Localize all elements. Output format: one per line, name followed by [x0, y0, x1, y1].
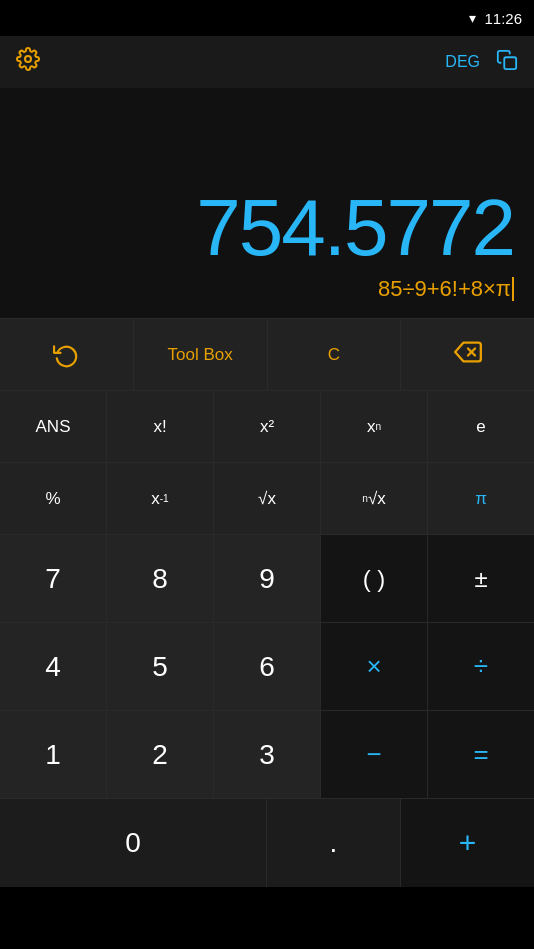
euler-button[interactable]: e: [428, 391, 534, 462]
toolbox-button[interactable]: Tool Box: [134, 319, 268, 390]
num-row-3: 1 2 3 − =: [0, 711, 534, 799]
one-button[interactable]: 1: [0, 711, 107, 798]
two-button[interactable]: 2: [107, 711, 214, 798]
svg-point-0: [25, 56, 31, 62]
six-button[interactable]: 6: [214, 623, 321, 710]
sci-row-1: ANS x! x² xn e: [0, 391, 534, 463]
equals-button[interactable]: =: [428, 711, 534, 798]
cursor: [512, 277, 514, 301]
top-bar-right: DEG: [445, 49, 518, 76]
settings-icon[interactable]: [16, 47, 40, 77]
dot-button[interactable]: .: [267, 799, 401, 887]
five-button[interactable]: 5: [107, 623, 214, 710]
sqrt-button[interactable]: √x: [214, 463, 321, 534]
expression-text: 85÷9+6!+8×π: [378, 276, 511, 302]
paren-button[interactable]: ( ): [321, 535, 428, 622]
num-row-1: 7 8 9 ( ) ±: [0, 535, 534, 623]
ans-button[interactable]: ANS: [0, 391, 107, 462]
three-button[interactable]: 3: [214, 711, 321, 798]
nth-root-button[interactable]: n√x: [321, 463, 428, 534]
svg-rect-1: [504, 57, 516, 69]
multiply-button[interactable]: ×: [321, 623, 428, 710]
keypad: Tool Box C ANS x! x² xn e % x-1 √x n√x π: [0, 319, 534, 887]
backspace-icon: [454, 338, 482, 372]
zero-button[interactable]: 0: [0, 799, 267, 887]
status-bar: ▾ 11:26: [0, 0, 534, 36]
plusminus-button[interactable]: ±: [428, 535, 534, 622]
clear-button[interactable]: C: [268, 319, 402, 390]
divide-button[interactable]: ÷: [428, 623, 534, 710]
four-button[interactable]: 4: [0, 623, 107, 710]
plus-button[interactable]: +: [401, 799, 534, 887]
sci-row-2: % x-1 √x n√x π: [0, 463, 534, 535]
seven-button[interactable]: 7: [0, 535, 107, 622]
expression-display: 85÷9+6!+8×π: [378, 276, 514, 302]
nine-button[interactable]: 9: [214, 535, 321, 622]
square-button[interactable]: x²: [214, 391, 321, 462]
angle-mode-label[interactable]: DEG: [445, 53, 480, 71]
pi-button[interactable]: π: [428, 463, 534, 534]
num-row-2: 4 5 6 × ÷: [0, 623, 534, 711]
power-button[interactable]: xn: [321, 391, 428, 462]
last-row: 0 . +: [0, 799, 534, 887]
factorial-button[interactable]: x!: [107, 391, 214, 462]
calculator-display: 754.5772 85÷9+6!+8×π: [0, 88, 534, 318]
main-result: 754.5772: [196, 188, 514, 268]
history-button[interactable]: [0, 319, 134, 390]
minus-button[interactable]: −: [321, 711, 428, 798]
eight-button[interactable]: 8: [107, 535, 214, 622]
func-row: Tool Box C: [0, 319, 534, 391]
percent-button[interactable]: %: [0, 463, 107, 534]
top-bar: DEG: [0, 36, 534, 88]
time-display: 11:26: [484, 10, 522, 27]
backspace-button[interactable]: [401, 319, 534, 390]
inverse-button[interactable]: x-1: [107, 463, 214, 534]
copy-icon[interactable]: [496, 49, 518, 76]
wifi-icon: ▾: [469, 10, 476, 26]
